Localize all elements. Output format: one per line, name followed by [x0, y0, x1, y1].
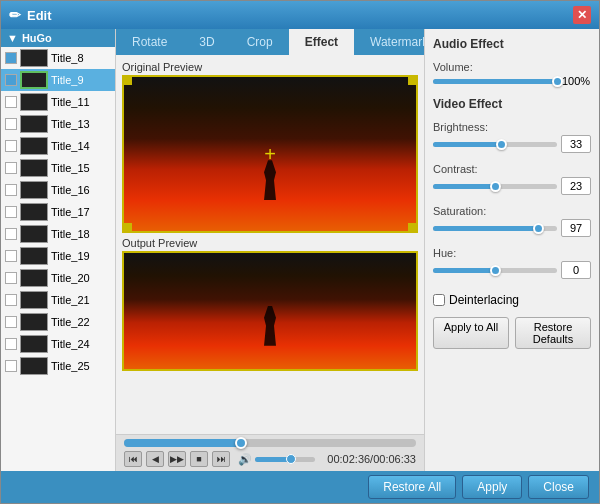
tab-watermark[interactable]: Watermark	[354, 29, 424, 55]
item-checkbox[interactable]	[5, 206, 17, 218]
window-icon: ✏	[9, 7, 21, 23]
list-item[interactable]: Title_15	[1, 157, 115, 179]
sidebar-item-label: Title_17	[51, 206, 111, 218]
item-checkbox[interactable]	[5, 294, 17, 306]
hue-slider-track[interactable]	[433, 268, 557, 273]
sidebar-item-label: Title_25	[51, 360, 111, 372]
contrast-slider-thumb	[490, 181, 501, 192]
corner-tl	[124, 77, 132, 85]
list-item[interactable]: Title_18	[1, 223, 115, 245]
item-checkbox[interactable]	[5, 184, 17, 196]
item-thumbnail	[20, 291, 48, 309]
close-bottom-button[interactable]: Close	[528, 475, 589, 499]
sidebar: ▼ HuGo Title_8Title_9Title_11Title_13Tit…	[1, 29, 116, 471]
sidebar-item-label: Title_13	[51, 118, 111, 130]
seek-bar[interactable]	[124, 439, 416, 447]
close-button[interactable]: ✕	[573, 6, 591, 24]
brightness-slider-fill	[433, 142, 501, 147]
sidebar-item-label: Title_21	[51, 294, 111, 306]
skip-back-button[interactable]: ⏮	[124, 451, 142, 467]
hue-input[interactable]	[561, 261, 591, 279]
step-back-button[interactable]: ◀	[146, 451, 164, 467]
volume-bar[interactable]	[255, 457, 315, 462]
contrast-slider-track[interactable]	[433, 184, 557, 189]
sidebar-item-label: Title_20	[51, 272, 111, 284]
list-item[interactable]: Title_13	[1, 113, 115, 135]
item-checkbox[interactable]	[5, 162, 17, 174]
item-checkbox[interactable]	[5, 118, 17, 130]
volume-icon: 🔊	[238, 453, 252, 466]
hue-value-box	[561, 261, 591, 279]
item-thumbnail	[20, 137, 48, 155]
item-checkbox[interactable]	[5, 250, 17, 262]
saturation-input[interactable]	[561, 219, 591, 237]
sidebar-item-label: Title_18	[51, 228, 111, 240]
apply-all-button[interactable]: Apply to All	[433, 317, 509, 349]
volume-label: Volume:	[433, 61, 591, 73]
sidebar-item-label: Title_15	[51, 162, 111, 174]
item-checkbox[interactable]	[5, 96, 17, 108]
time-display: 00:02:36/00:06:33	[327, 453, 416, 465]
item-checkbox[interactable]	[5, 140, 17, 152]
contrast-slider-fill	[433, 184, 495, 189]
brightness-row: Brightness:	[433, 121, 591, 153]
sidebar-group-header[interactable]: ▼ HuGo	[1, 29, 115, 47]
sidebar-item-label: Title_8	[51, 52, 111, 64]
list-item[interactable]: Title_14	[1, 135, 115, 157]
right-panel-buttons: Apply to All Restore Defaults	[433, 317, 591, 349]
item-checkbox[interactable]	[5, 360, 17, 372]
list-item[interactable]: Title_9	[1, 69, 115, 91]
brightness-input[interactable]	[561, 135, 591, 153]
item-checkbox[interactable]	[5, 52, 17, 64]
deinterlacing-checkbox[interactable]	[433, 294, 445, 306]
tab-rotate[interactable]: Rotate	[116, 29, 183, 55]
volume-slider-track[interactable]	[433, 79, 557, 84]
list-item[interactable]: Title_22	[1, 311, 115, 333]
contrast-label: Contrast:	[433, 163, 591, 175]
corner-tr	[408, 77, 416, 85]
list-item[interactable]: Title_25	[1, 355, 115, 377]
contrast-input[interactable]	[561, 177, 591, 195]
list-item[interactable]: Title_8	[1, 47, 115, 69]
window-title: Edit	[27, 8, 573, 23]
list-item[interactable]: Title_16	[1, 179, 115, 201]
item-thumbnail	[20, 247, 48, 265]
seek-thumb	[235, 437, 247, 449]
tab-effect[interactable]: Effect	[289, 29, 354, 55]
list-item[interactable]: Title_21	[1, 289, 115, 311]
audio-effect-title: Audio Effect	[433, 37, 591, 51]
hue-slider-fill	[433, 268, 495, 273]
volume-area: 🔊	[238, 453, 315, 466]
skip-forward-button[interactable]: ⏭	[212, 451, 230, 467]
item-checkbox[interactable]	[5, 272, 17, 284]
stop-button[interactable]: ■	[190, 451, 208, 467]
tab-crop[interactable]: Crop	[231, 29, 289, 55]
item-thumbnail	[20, 49, 48, 67]
list-item[interactable]: Title_24	[1, 333, 115, 355]
playback-controls: ⏮ ◀ ▶▶ ■ ⏭ 🔊 00:02:36/00:06:33	[116, 434, 424, 471]
sidebar-item-label: Title_16	[51, 184, 111, 196]
item-checkbox[interactable]	[5, 74, 17, 86]
contrast-row: Contrast:	[433, 163, 591, 195]
item-thumbnail	[20, 203, 48, 221]
play-button[interactable]: ▶▶	[168, 451, 186, 467]
saturation-row: Saturation:	[433, 205, 591, 237]
output-preview-box	[122, 251, 418, 371]
restore-all-button[interactable]: Restore All	[368, 475, 456, 499]
original-preview-box: +	[122, 75, 418, 233]
item-thumbnail	[20, 357, 48, 375]
apply-button[interactable]: Apply	[462, 475, 522, 499]
restore-defaults-button[interactable]: Restore Defaults	[515, 317, 591, 349]
list-item[interactable]: Title_19	[1, 245, 115, 267]
brightness-slider-track[interactable]	[433, 142, 557, 147]
item-checkbox[interactable]	[5, 338, 17, 350]
list-item[interactable]: Title_11	[1, 91, 115, 113]
tab-3d[interactable]: 3D	[183, 29, 230, 55]
list-item[interactable]: Title_17	[1, 201, 115, 223]
brightness-label: Brightness:	[433, 121, 591, 133]
item-checkbox[interactable]	[5, 316, 17, 328]
saturation-slider-track[interactable]	[433, 226, 557, 231]
item-checkbox[interactable]	[5, 228, 17, 240]
sidebar-item-label: Title_11	[51, 96, 111, 108]
list-item[interactable]: Title_20	[1, 267, 115, 289]
